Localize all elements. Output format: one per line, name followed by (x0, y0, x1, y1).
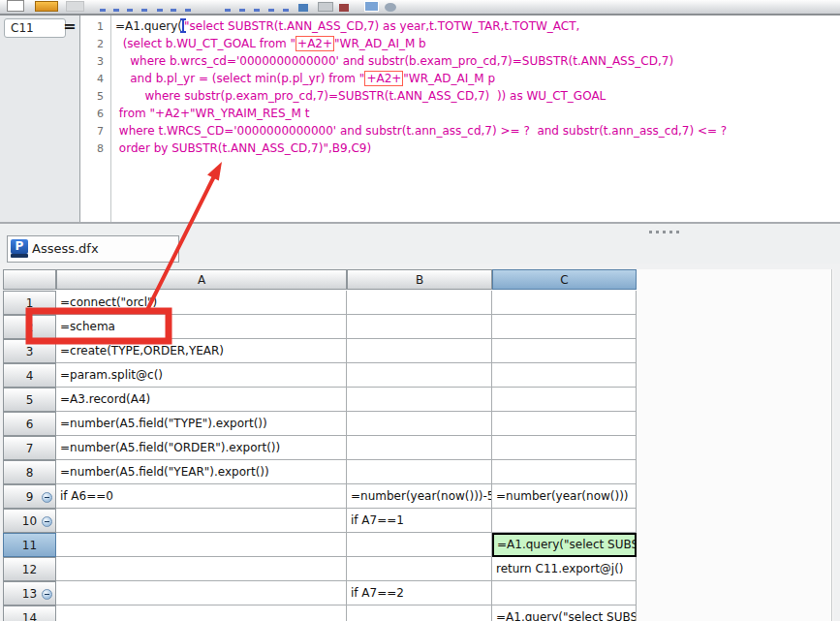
column-header-A[interactable]: A (56, 269, 347, 290)
cell-C2[interactable] (492, 315, 637, 339)
cell-C8[interactable] (492, 460, 637, 484)
cell-A6[interactable]: =number(A5.field("TYPE").export()) (56, 412, 347, 436)
toolbar-mini-icon[interactable] (127, 9, 133, 12)
calendar-icon[interactable] (364, 1, 379, 12)
code-line[interactable]: =A1.query("select SUBSTR(t.ANN_ASS_CD,7)… (115, 18, 579, 36)
new-file-icon[interactable] (7, 0, 24, 12)
cell-C1[interactable] (492, 291, 637, 315)
cell-B3[interactable] (347, 339, 492, 363)
save-icon[interactable] (66, 1, 84, 12)
cell-C12[interactable]: return C11.export@j() (492, 557, 637, 581)
code-line[interactable]: from "+A2+"WR_YRAIM_RES_M t (115, 106, 309, 123)
cell-A12[interactable] (56, 557, 347, 581)
cell-B14[interactable] (347, 605, 492, 621)
code-line[interactable]: where t.WRCS_CD='0000000000000' and subs… (115, 123, 727, 140)
stop-icon[interactable] (318, 2, 333, 12)
code-line[interactable]: (select b.WU_CT_GOAL from "+A2+"WR_AD_AI… (115, 36, 426, 53)
toolbar-mini-icon[interactable] (185, 9, 191, 12)
toolbar-mini-icon[interactable] (141, 9, 147, 12)
cell-C5[interactable] (492, 388, 637, 412)
cell-B11[interactable] (347, 533, 492, 557)
row-header-8[interactable]: 8 (3, 460, 56, 484)
cell-B12[interactable] (347, 557, 492, 581)
cell-B6[interactable] (347, 412, 492, 436)
cell-C3[interactable] (492, 339, 637, 363)
tab-assess-dfx[interactable]: P Assess.dfx (7, 235, 179, 263)
cell-B4[interactable] (347, 363, 492, 388)
code-text: =A1.query( (115, 19, 182, 33)
collapse-minus-icon[interactable] (42, 492, 52, 503)
toolbar-mini-icon[interactable] (225, 9, 231, 12)
cell-C10[interactable] (492, 509, 637, 533)
row-header-7[interactable]: 7 (3, 436, 56, 460)
cell-A10[interactable] (56, 509, 347, 533)
cell-C13[interactable] (492, 581, 637, 605)
column-header-B[interactable]: B (347, 269, 492, 290)
cell-A9[interactable]: if A6==0 (56, 484, 347, 509)
row-header-12[interactable]: 12 (3, 557, 56, 581)
toolbar-mini-icon[interactable] (254, 9, 260, 12)
collapse-minus-icon[interactable] (42, 589, 52, 600)
cell-C9[interactable]: =number(year(now())) (492, 484, 637, 509)
row-header-5[interactable]: 5 (3, 388, 56, 412)
code-line[interactable]: where b.wrcs_cd='0000000000000' and subs… (115, 53, 673, 71)
row-header-11[interactable]: 11 (3, 533, 56, 557)
formula-editor[interactable]: 1=A1.query("select SUBSTR(t.ANN_ASS_CD,7… (79, 16, 840, 222)
cell-B2[interactable] (347, 315, 492, 339)
cell-B8[interactable] (347, 460, 492, 484)
highlighted-cell-ref: +A2+ (296, 36, 334, 51)
row-header-3[interactable]: 3 (3, 339, 56, 363)
row-header-9[interactable]: 9 (3, 484, 56, 509)
code-line[interactable]: where substr(p.exam_pro_cd,7)=SUBSTR(t.A… (115, 88, 606, 106)
row-header-2[interactable]: 2 (3, 315, 56, 339)
toolbar-mini-icon[interactable] (113, 9, 119, 12)
cell-A11[interactable] (56, 533, 347, 557)
row-header-4[interactable]: 4 (3, 363, 56, 388)
cell-C14[interactable]: =A1.query("select SUBSTR (492, 605, 637, 621)
code-text: "select SUBSTR(t.ANN_ASS_CD,7) as year,t… (184, 19, 579, 33)
equals-button[interactable]: = (61, 16, 78, 36)
cell-B1[interactable] (347, 291, 492, 315)
toolbar-mini-icon[interactable] (283, 9, 289, 12)
open-folder-icon[interactable] (35, 1, 58, 12)
break-icon[interactable] (339, 4, 349, 12)
cell-A7[interactable]: =number(A5.field("ORDER").export()) (56, 436, 347, 460)
splitter-handle[interactable] (649, 230, 684, 234)
toolbar-mini-icon[interactable] (239, 9, 245, 12)
toolbar-mini-icon[interactable] (100, 9, 106, 12)
cell-A1[interactable]: =connect("orcl") (56, 291, 347, 315)
row-header-10[interactable]: 10 (3, 509, 56, 533)
cell-C11[interactable]: =A1.query("select SUBSTR (492, 533, 637, 557)
toolbar-mini-icon[interactable] (268, 9, 274, 12)
cell-A3[interactable]: =create(TYPE,ORDER,YEAR) (56, 339, 347, 363)
cell-C7[interactable] (492, 436, 637, 460)
row-header-1[interactable]: 1 (3, 291, 56, 315)
cell-B5[interactable] (347, 388, 492, 412)
cell-A14[interactable] (56, 605, 347, 621)
cell-A13[interactable] (56, 581, 347, 605)
cell-A2[interactable]: =schema (56, 315, 347, 339)
collapse-minus-icon[interactable] (42, 516, 52, 527)
cell-A8[interactable]: =number(A5.field("YEAR").export()) (56, 460, 347, 484)
row-header-6[interactable]: 6 (3, 412, 56, 436)
cell-B9[interactable]: =number(year(now()))-5 (347, 484, 492, 509)
splitter-dot (676, 231, 679, 233)
row-header-13[interactable]: 13 (3, 581, 56, 605)
run-icon[interactable] (298, 4, 308, 12)
grid-corner-cell[interactable] (3, 269, 56, 290)
cell-C6[interactable] (492, 412, 637, 436)
globe-icon[interactable] (385, 3, 396, 12)
cell-A4[interactable]: =param.split@c() (56, 363, 347, 388)
cell-B7[interactable] (347, 436, 492, 460)
column-header-C[interactable]: C (492, 269, 637, 290)
cell-B10[interactable]: if A7==1 (347, 509, 492, 533)
cell-A5[interactable]: =A3.record(A4) (56, 388, 347, 412)
cell-B13[interactable]: if A7==2 (347, 581, 492, 605)
row-header-14[interactable]: 14 (3, 605, 56, 621)
cell-C4[interactable] (492, 363, 637, 388)
toolbar-mini-icon[interactable] (171, 9, 176, 12)
cell-reference-box[interactable]: C11 (4, 18, 66, 38)
code-line[interactable]: and b.pl_yr = (select min(p.pl_yr) from … (115, 71, 495, 88)
toolbar-mini-icon[interactable] (157, 9, 163, 12)
code-line[interactable]: order by SUBSTR(t.ANN_ASS_CD,7)",B9,C9) (115, 140, 371, 158)
